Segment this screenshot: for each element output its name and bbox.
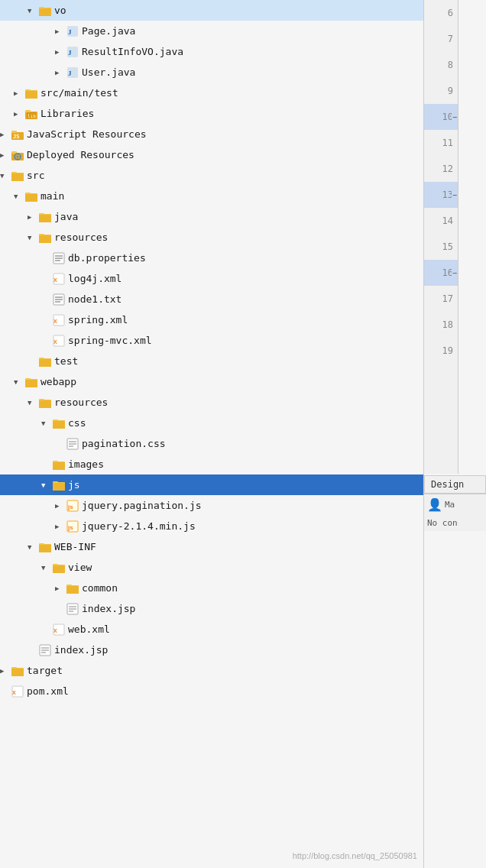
line-numbers-panel: 678910−111213−141516−171819 — [424, 0, 458, 474]
icon-js-file: js — [66, 499, 79, 513]
line-number-10: 10− — [424, 104, 458, 130]
icon-folder — [38, 231, 52, 245]
line-number-8: 8 — [424, 52, 458, 78]
icon-folder — [66, 581, 79, 595]
tree-arrow-resultinfovo-java: ▶ — [55, 48, 66, 56]
tree-item-css[interactable]: ▼ css — [0, 413, 423, 433]
tree-item-js[interactable]: ▼ js — [0, 474, 423, 495]
tree-item-webapp-resources[interactable]: ▼ resources — [0, 392, 423, 413]
tree-item-src[interactable]: ▼ src — [0, 165, 423, 186]
tree-label-resources: resources — [54, 232, 108, 243]
marker-label: Ma — [445, 500, 455, 510]
tree-item-resultinfovo-java[interactable]: ▶ J ResultInfoVO.java — [0, 41, 423, 62]
tree-item-view[interactable]: ▼ view — [0, 557, 423, 578]
file-tree-panel[interactable]: ▼ vo▶ J Page.java▶ J ResultInfoVO.java▶ … — [0, 0, 424, 868]
design-tab[interactable]: Design — [424, 475, 486, 494]
tree-label-test: test — [54, 355, 78, 367]
tree-item-pom-xml[interactable]: X pom.xml — [0, 681, 423, 701]
svg-text:J: J — [68, 49, 72, 57]
icon-folder — [38, 210, 52, 224]
icon-folder — [52, 561, 66, 575]
tree-label-pagination-css: pagination.css — [82, 438, 166, 449]
svg-rect-42 — [39, 215, 51, 222]
tree-arrow-src-main-test: ▶ — [14, 89, 24, 97]
tree-arrow-vo: ▼ — [28, 7, 38, 15]
tree-item-java[interactable]: ▶ java — [0, 206, 423, 227]
tree-item-webapp[interactable]: ▼ webapp — [0, 371, 423, 392]
tree-arrow-src: ▼ — [0, 172, 11, 180]
tree-label-java: java — [54, 211, 78, 222]
tree-item-web-xml[interactable]: X web.xml — [0, 619, 423, 640]
tree-item-javascript-resources[interactable]: ▶ JS JavaScript Resources — [0, 124, 423, 144]
svg-text:X: X — [53, 628, 57, 633]
tree-item-src-main-test[interactable]: ▶ src/main/test — [0, 83, 423, 103]
tree-item-log4j-xml[interactable]: X log4j.xml — [0, 268, 423, 289]
tree-item-images[interactable]: images — [0, 454, 423, 474]
tree-arrow-jquery-pagination-js: ▶ — [55, 502, 66, 510]
tree-label-spring-xml: spring.xml — [68, 314, 128, 326]
tree-item-vo[interactable]: ▼ vo — [0, 0, 423, 21]
tree-item-main[interactable]: ▼ main — [0, 186, 423, 206]
tree-item-jquery-min-js[interactable]: ▶ js jquery-2.1.4.min.js — [0, 516, 423, 536]
tree-arrow-webapp: ▼ — [14, 378, 24, 386]
tree-label-deployed-resources: Deployed Resources — [27, 149, 134, 160]
svg-rect-4 — [39, 8, 51, 16]
icon-folder — [11, 169, 24, 183]
no-content-label: No con — [424, 515, 486, 531]
tree-label-user-java: User.java — [82, 66, 135, 78]
icon-xml: X — [11, 685, 24, 698]
tree-item-pagination-css[interactable]: pagination.css — [0, 433, 423, 454]
tree-label-web-xml: web.xml — [68, 623, 110, 635]
tree-item-node1-txt[interactable]: node1.txt — [0, 289, 423, 309]
tree-item-spring-mvc-xml[interactable]: X spring-mvc.xml — [0, 330, 423, 351]
icon-folder — [38, 396, 52, 410]
tree-arrow-webapp-resources: ▼ — [28, 399, 38, 406]
tree-item-web-inf[interactable]: ▼ WEB-INF — [0, 536, 423, 557]
tree-label-page-java: Page.java — [82, 25, 135, 37]
svg-rect-76 — [39, 400, 51, 408]
icon-folder — [24, 189, 38, 203]
tree-label-index-jsp: index.jsp — [54, 644, 108, 656]
tree-label-images: images — [68, 458, 104, 470]
tree-item-libraries[interactable]: ▶ lib Libraries — [0, 103, 423, 124]
icon-file — [66, 437, 79, 451]
svg-rect-17 — [25, 110, 31, 112]
tree-label-db-properties: db.properties — [68, 252, 146, 264]
icon-folder — [11, 664, 24, 678]
tree-item-jquery-pagination-js[interactable]: ▶ js jquery.pagination.js — [0, 495, 423, 516]
tree-label-jquery-min-js: jquery-2.1.4.min.js — [82, 520, 196, 532]
icon-java: J — [66, 24, 79, 38]
line-number-14: 14 — [424, 208, 458, 234]
tree-item-test[interactable]: test — [0, 351, 423, 371]
svg-text:J: J — [68, 28, 72, 36]
tree-item-db-properties[interactable]: db.properties — [0, 248, 423, 268]
tree-item-spring-xml[interactable]: X spring.xml — [0, 309, 423, 330]
svg-rect-66 — [39, 359, 51, 367]
tree-item-deployed-resources[interactable]: ▶ Deployed Resources — [0, 144, 423, 165]
icon-properties — [52, 251, 66, 265]
icon-folder — [52, 416, 66, 430]
line-number-17: 17 — [424, 286, 458, 312]
tree-arrow-web-inf: ▼ — [28, 543, 38, 551]
svg-rect-21 — [11, 131, 17, 133]
svg-rect-37 — [25, 194, 37, 202]
tree-item-user-java[interactable]: ▶ J User.java — [0, 62, 423, 83]
tree-item-page-java[interactable]: ▶ J Page.java — [0, 21, 423, 41]
tree-arrow-common: ▶ — [55, 585, 66, 592]
tree-item-target[interactable]: ▶ target — [0, 660, 423, 681]
icon-txt — [52, 293, 66, 306]
tree-arrow-js: ▼ — [41, 481, 52, 489]
tree-item-resources[interactable]: ▼ resources — [0, 227, 423, 248]
tree-item-index-jsp[interactable]: index.jsp — [0, 640, 423, 660]
tree-item-index-jsp-view[interactable]: index.jsp — [0, 598, 423, 619]
icon-folder — [24, 375, 38, 389]
icon-xml: X — [52, 313, 66, 327]
icon-folder-globe — [11, 148, 24, 162]
line-number-12: 12 — [424, 156, 458, 182]
tree-item-common[interactable]: ▶ common — [0, 578, 423, 598]
svg-text:JS: JS — [13, 134, 19, 140]
icon-folder-lib: lib — [24, 107, 38, 121]
tree-arrow-java: ▶ — [28, 213, 38, 221]
line-number-19: 19 — [424, 338, 458, 364]
tree-arrow-view: ▼ — [41, 564, 52, 572]
